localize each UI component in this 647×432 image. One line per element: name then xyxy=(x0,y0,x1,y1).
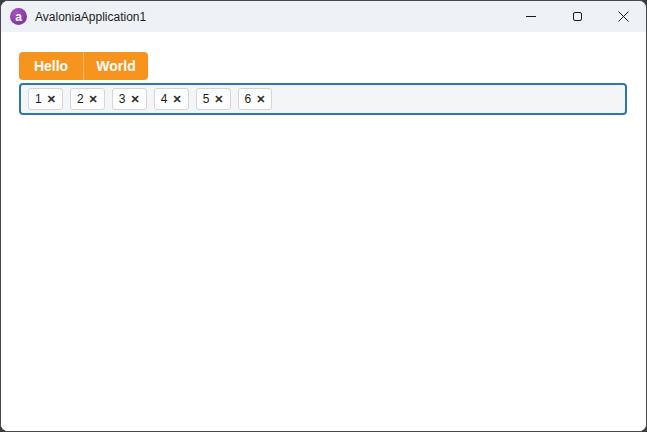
tab-hello[interactable]: Hello xyxy=(19,52,83,80)
chip-label: 1 xyxy=(35,93,42,105)
close-icon xyxy=(618,11,629,22)
chip-input-box[interactable]: 1 ✕ 2 ✕ 3 ✕ 4 ✕ 5 ✕ 6 xyxy=(19,83,627,115)
caption-buttons xyxy=(508,1,646,32)
chip[interactable]: 2 ✕ xyxy=(70,88,105,110)
chip-label: 3 xyxy=(119,93,126,105)
tab-world[interactable]: World xyxy=(84,52,148,80)
chip[interactable]: 5 ✕ xyxy=(196,88,231,110)
chip[interactable]: 6 ✕ xyxy=(238,88,273,110)
chip-remove-icon[interactable]: ✕ xyxy=(89,94,98,105)
chip-remove-icon[interactable]: ✕ xyxy=(131,94,140,105)
chip-label: 4 xyxy=(161,93,168,105)
minimize-button[interactable] xyxy=(508,1,554,32)
chip[interactable]: 1 ✕ xyxy=(28,88,63,110)
window-content: Hello World 1 ✕ 2 ✕ 3 ✕ 4 ✕ xyxy=(1,32,646,431)
maximize-icon xyxy=(573,12,582,21)
chip-remove-icon[interactable]: ✕ xyxy=(47,94,56,105)
chip-label: 5 xyxy=(203,93,210,105)
chip-remove-icon[interactable]: ✕ xyxy=(172,94,181,105)
titlebar[interactable]: a AvaloniaApplication1 xyxy=(1,1,646,32)
app-window: a AvaloniaApplication1 Hello World xyxy=(0,0,647,432)
maximize-button[interactable] xyxy=(554,1,600,32)
avalonia-logo-icon: a xyxy=(10,8,27,25)
chip-remove-icon[interactable]: ✕ xyxy=(256,94,265,105)
chip[interactable]: 3 ✕ xyxy=(112,88,147,110)
minimize-icon xyxy=(526,16,536,17)
tabstrip: Hello World xyxy=(19,52,148,80)
window-title: AvaloniaApplication1 xyxy=(35,10,146,24)
chip-label: 2 xyxy=(77,93,84,105)
chip-remove-icon[interactable]: ✕ xyxy=(214,94,223,105)
close-button[interactable] xyxy=(600,1,646,32)
chip-label: 6 xyxy=(245,93,252,105)
chip[interactable]: 4 ✕ xyxy=(154,88,189,110)
